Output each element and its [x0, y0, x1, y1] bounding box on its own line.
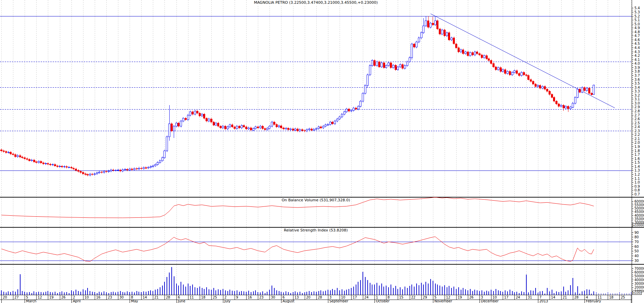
svg-text:3.2: 3.2 — [634, 93, 640, 97]
svg-text:5: 5 — [26, 295, 28, 299]
svg-text:2: 2 — [73, 295, 75, 299]
svg-text:2013: 2013 — [539, 299, 548, 303]
svg-text:19: 19 — [49, 295, 54, 299]
svg-text:21: 21 — [563, 295, 567, 299]
obv-multiplier-label: x10000 — [632, 223, 644, 227]
svg-text:5.4: 5.4 — [634, 6, 640, 10]
svg-text:15: 15 — [399, 295, 404, 299]
svg-text:2: 2 — [224, 295, 226, 299]
svg-text:1.1: 1.1 — [634, 177, 640, 180]
svg-text:2.9: 2.9 — [634, 105, 640, 109]
svg-text:10: 10 — [492, 295, 497, 299]
svg-text:4.6: 4.6 — [634, 38, 640, 42]
svg-text:27: 27 — [14, 295, 19, 299]
svg-text:40000: 40000 — [634, 278, 644, 282]
svg-text:6: 6 — [178, 295, 180, 299]
svg-text:June: June — [178, 299, 185, 303]
svg-text:90: 90 — [634, 231, 639, 235]
svg-text:24: 24 — [516, 295, 520, 299]
svg-text:October: October — [376, 299, 390, 303]
svg-text:4.2: 4.2 — [634, 54, 640, 58]
svg-text:60: 60 — [634, 245, 639, 249]
svg-text:1.9: 1.9 — [634, 145, 640, 149]
svg-text:3.6: 3.6 — [634, 78, 640, 81]
volume-bars — [1, 267, 594, 295]
svg-text:1.3: 1.3 — [634, 168, 640, 172]
svg-text:July: July — [224, 299, 231, 303]
svg-text:4: 4 — [586, 295, 588, 299]
svg-text:4.5: 4.5 — [634, 42, 640, 46]
svg-text:5: 5 — [434, 295, 436, 299]
svg-text:31: 31 — [528, 295, 532, 299]
svg-text:April: April — [73, 299, 81, 303]
chart-window: 5.45.35.25.15.04.94.84.74.64.54.44.34.24… — [0, 0, 644, 303]
svg-text:February: February — [586, 299, 601, 303]
svg-text:20: 20 — [3, 295, 7, 299]
svg-text:4.4: 4.4 — [634, 46, 640, 50]
svg-text:30: 30 — [271, 295, 275, 299]
svg-text:70: 70 — [634, 240, 639, 244]
svg-text:50000: 50000 — [634, 274, 644, 278]
svg-text:3.9: 3.9 — [634, 66, 640, 70]
svg-text:10: 10 — [84, 295, 89, 299]
svg-text:3.7: 3.7 — [634, 74, 640, 77]
svg-text:18: 18 — [201, 295, 206, 299]
svg-text:30: 30 — [634, 259, 639, 263]
svg-text:4.9: 4.9 — [634, 26, 640, 30]
volume-multiplier-label: x100 — [632, 291, 642, 295]
svg-text:2.2: 2.2 — [634, 133, 640, 137]
svg-text:30000: 30000 — [634, 282, 644, 286]
svg-text:60000: 60000 — [634, 270, 644, 274]
svg-text:16: 16 — [248, 295, 252, 299]
svg-text:8: 8 — [131, 295, 133, 299]
svg-text:4.3: 4.3 — [634, 50, 640, 54]
svg-text:2.8: 2.8 — [634, 109, 640, 113]
svg-text:17: 17 — [353, 295, 357, 299]
svg-text:0.7: 0.7 — [634, 192, 640, 196]
svg-text:0.8: 0.8 — [634, 188, 640, 192]
svg-text:5.2: 5.2 — [634, 14, 640, 18]
svg-text:25: 25 — [213, 295, 217, 299]
svg-text:3.4: 3.4 — [634, 86, 640, 89]
svg-text:4.7: 4.7 — [634, 34, 640, 38]
svg-text:2.4: 2.4 — [634, 125, 640, 129]
svg-text:23: 23 — [108, 295, 112, 299]
svg-text:2.5: 2.5 — [634, 121, 640, 125]
svg-text:28: 28 — [574, 295, 579, 299]
svg-text:2.1: 2.1 — [634, 137, 640, 141]
date-axis: 2027March5121926April210162330May8142128… — [0, 292, 632, 303]
svg-text:8: 8 — [387, 295, 390, 299]
svg-text:30: 30 — [119, 295, 124, 299]
svg-text:5.1: 5.1 — [634, 18, 640, 22]
svg-text:4.1: 4.1 — [634, 58, 640, 62]
svg-text:3: 3 — [481, 295, 483, 299]
svg-text:7: 7 — [539, 295, 541, 299]
svg-text:4.8: 4.8 — [634, 30, 640, 34]
svg-text:25: 25 — [621, 295, 625, 299]
svg-text:May: May — [131, 299, 138, 303]
svg-text:23: 23 — [259, 295, 264, 299]
svg-text:50: 50 — [634, 249, 639, 253]
svg-text:12: 12 — [38, 295, 42, 299]
svg-text:29: 29 — [423, 295, 427, 299]
svg-text:2.6: 2.6 — [634, 117, 640, 121]
svg-text:2.7: 2.7 — [634, 113, 640, 117]
svg-text:1.6: 1.6 — [634, 157, 640, 161]
svg-text:0.9: 0.9 — [634, 185, 640, 188]
svg-text:17: 17 — [504, 295, 509, 299]
grid-layer — [1, 0, 631, 295]
svg-text:3.1: 3.1 — [634, 97, 640, 101]
svg-text:November: November — [434, 299, 452, 303]
svg-text:9: 9 — [236, 295, 238, 299]
right-axis: 5.45.35.25.15.04.94.84.74.64.54.44.34.24… — [632, 0, 644, 303]
svg-text:3: 3 — [329, 295, 331, 299]
svg-text:10: 10 — [341, 295, 345, 299]
svg-text:3.3: 3.3 — [634, 89, 640, 93]
rsi-line — [1, 237, 594, 261]
svg-text:1: 1 — [376, 295, 378, 299]
svg-text:13: 13 — [294, 295, 299, 299]
svg-text:1.5: 1.5 — [634, 161, 640, 164]
svg-text:24: 24 — [364, 295, 369, 299]
svg-text:40: 40 — [634, 254, 639, 258]
svg-text:5.3: 5.3 — [634, 10, 640, 14]
